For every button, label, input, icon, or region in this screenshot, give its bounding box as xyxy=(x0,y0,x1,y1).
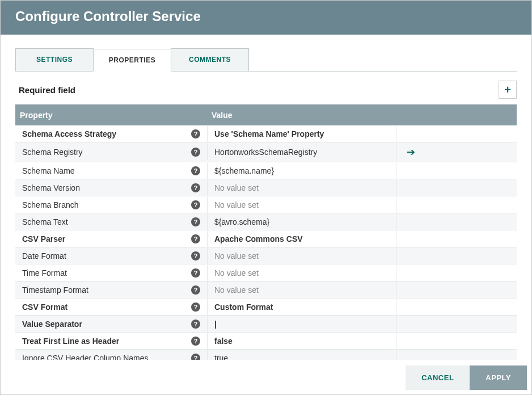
property-value-cell[interactable]: Use 'Schema Name' Property xyxy=(207,126,396,142)
required-field-row: Required field + xyxy=(15,72,517,104)
property-action-cell xyxy=(396,321,517,327)
property-name-text: Schema Registry xyxy=(22,148,188,157)
cancel-button[interactable]: CANCEL xyxy=(406,365,470,390)
property-action-cell xyxy=(396,253,517,259)
help-icon[interactable]: ? xyxy=(191,200,200,209)
property-name-cell: Schema Text? xyxy=(15,214,207,230)
required-field-label: Required field xyxy=(15,85,75,95)
table-row[interactable]: Schema Access Strategy?Use 'Schema Name'… xyxy=(15,125,517,142)
property-value-cell[interactable]: No value set xyxy=(207,248,396,264)
table-row[interactable]: Date Format?No value set xyxy=(15,247,517,264)
help-icon[interactable]: ? xyxy=(191,268,200,278)
property-name-text: Schema Text xyxy=(22,217,188,226)
table-row[interactable]: Treat First Line as Header?false xyxy=(15,333,517,350)
property-action-cell xyxy=(396,270,517,276)
property-value-cell[interactable]: true xyxy=(207,350,396,360)
properties-table: Property Value Schema Access Strategy?Us… xyxy=(15,104,517,360)
property-name-cell: Schema Version? xyxy=(15,180,207,196)
property-action-cell xyxy=(396,167,517,174)
property-value-cell[interactable]: No value set xyxy=(207,282,396,298)
goto-service-icon[interactable]: ➔ xyxy=(407,146,415,158)
help-icon[interactable]: ? xyxy=(191,166,200,175)
property-value-cell[interactable]: HortonworksSchemaRegistry xyxy=(207,144,396,160)
plus-icon: + xyxy=(504,83,511,96)
property-value-cell[interactable]: No value set xyxy=(207,265,396,281)
property-name-cell: Schema Access Strategy? xyxy=(15,126,207,142)
tab-properties[interactable]: PROPERTIES xyxy=(93,49,171,72)
dialog-title: Configure Controller Service xyxy=(1,1,531,35)
help-icon[interactable]: ? xyxy=(191,148,200,157)
property-name-cell: Date Format? xyxy=(15,248,207,264)
property-name-text: Schema Access Strategy xyxy=(22,129,188,138)
property-name-text: Timestamp Format xyxy=(22,285,188,295)
table-row[interactable]: CSV Parser?Apache Commons CSV xyxy=(15,230,517,247)
table-row[interactable]: Ignore CSV Header Column Names?true xyxy=(15,350,517,360)
help-icon[interactable]: ? xyxy=(191,251,200,260)
table-row[interactable]: Schema Name?${schema.name} xyxy=(15,162,517,179)
table-row[interactable]: Schema Text?${avro.schema} xyxy=(15,213,517,230)
property-value-cell[interactable]: false xyxy=(207,333,396,349)
property-name-cell: Time Format? xyxy=(15,265,207,281)
column-header-property: Property xyxy=(15,105,207,125)
tab-settings[interactable]: SETTINGS xyxy=(15,48,94,71)
property-action-cell xyxy=(396,304,517,310)
help-icon[interactable]: ? xyxy=(191,337,200,346)
property-action-cell xyxy=(396,201,517,208)
property-name-cell: Timestamp Format? xyxy=(15,282,207,298)
table-row[interactable]: Schema Branch?No value set xyxy=(15,196,517,213)
dialog-footer: CANCEL APPLY xyxy=(1,360,531,394)
column-header-actions xyxy=(396,105,517,125)
property-value-cell[interactable]: No value set xyxy=(207,197,396,213)
property-value-cell[interactable]: ${schema.name} xyxy=(207,163,396,179)
property-name-cell: Ignore CSV Header Column Names? xyxy=(15,350,207,360)
property-name-cell: Schema Branch? xyxy=(15,197,207,213)
help-icon[interactable]: ? xyxy=(191,302,200,312)
table-row[interactable]: CSV Format?Custom Format xyxy=(15,299,517,316)
help-icon[interactable]: ? xyxy=(191,285,200,295)
table-row[interactable]: Timestamp Format?No value set xyxy=(15,281,517,299)
property-value-cell[interactable]: Apache Commons CSV xyxy=(207,231,396,247)
column-header-value: Value xyxy=(207,105,396,125)
property-value-cell[interactable]: Custom Format xyxy=(207,299,396,315)
property-name-text: CSV Parser xyxy=(22,234,188,243)
property-name-text: Time Format xyxy=(22,268,188,278)
help-icon[interactable]: ? xyxy=(191,354,200,360)
property-action-cell xyxy=(396,287,517,293)
help-icon[interactable]: ? xyxy=(191,217,200,226)
tab-comments[interactable]: COMMENTS xyxy=(171,48,249,71)
add-property-button[interactable]: + xyxy=(499,81,517,99)
help-icon[interactable]: ? xyxy=(191,234,200,243)
property-value-cell[interactable]: No value set xyxy=(207,180,396,196)
help-icon[interactable]: ? xyxy=(191,183,200,192)
property-action-cell xyxy=(396,236,517,242)
property-name-cell: Schema Registry? xyxy=(15,144,207,160)
table-row[interactable]: Schema Registry?HortonworksSchemaRegistr… xyxy=(15,142,517,162)
property-action-cell: ➔ xyxy=(396,142,517,162)
table-body: Schema Access Strategy?Use 'Schema Name'… xyxy=(15,125,517,360)
property-value-cell[interactable]: ${avro.schema} xyxy=(207,214,396,230)
property-name-text: Ignore CSV Header Column Names xyxy=(22,354,188,360)
property-name-text: Schema Version xyxy=(22,183,188,192)
property-name-cell: Treat First Line as Header? xyxy=(15,333,207,349)
table-row[interactable]: Schema Version?No value set xyxy=(15,179,517,196)
property-value-cell[interactable]: | xyxy=(207,316,396,332)
table-row[interactable]: Value Separator?| xyxy=(15,316,517,333)
table-row[interactable]: Time Format?No value set xyxy=(15,264,517,281)
property-name-text: Date Format xyxy=(22,251,188,260)
property-name-cell: CSV Format? xyxy=(15,299,207,315)
help-icon[interactable]: ? xyxy=(191,320,200,329)
property-action-cell xyxy=(396,184,517,191)
property-name-text: Value Separator xyxy=(22,320,188,329)
table-header: Property Value xyxy=(15,105,517,125)
tab-bar: SETTINGS PROPERTIES COMMENTS xyxy=(15,48,517,72)
dialog-body: SETTINGS PROPERTIES COMMENTS Required fi… xyxy=(1,35,531,360)
property-name-text: Treat First Line as Header xyxy=(22,337,188,346)
property-action-cell xyxy=(396,131,517,137)
property-name-cell: CSV Parser? xyxy=(15,231,207,247)
help-icon[interactable]: ? xyxy=(191,129,200,138)
property-name-cell: Value Separator? xyxy=(15,316,207,332)
property-action-cell xyxy=(396,338,517,344)
apply-button[interactable]: APPLY xyxy=(470,365,527,390)
property-name-text: Schema Branch xyxy=(22,200,188,209)
configure-controller-service-dialog: Configure Controller Service SETTINGS PR… xyxy=(0,0,532,395)
